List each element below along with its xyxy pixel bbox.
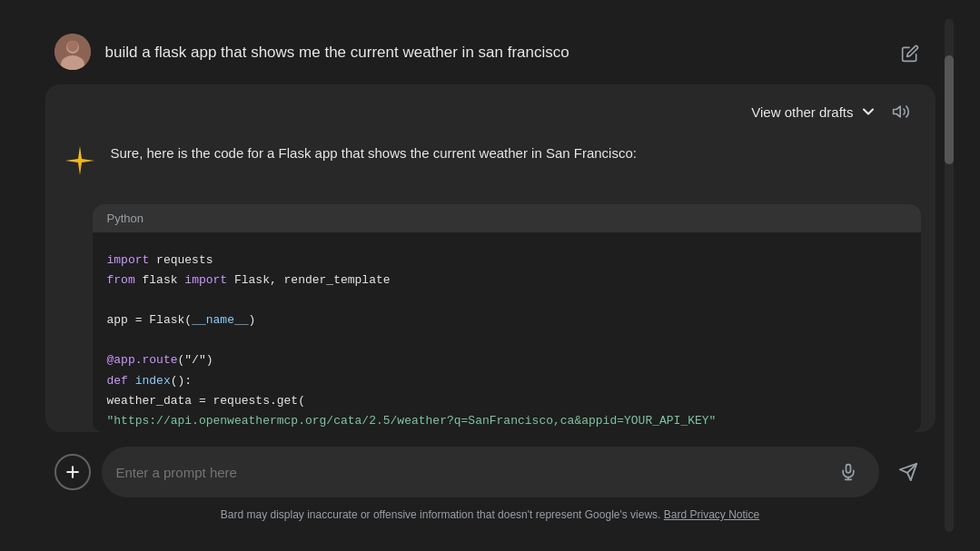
avatar [54,34,91,70]
code-content: import requests from flask import Flask,… [93,232,921,432]
edit-button[interactable] [894,37,926,70]
add-button[interactable] [54,454,91,490]
svg-rect-8 [846,465,850,473]
ai-message-body: Sure, here is the code for a Flask app t… [45,139,935,192]
code-block-header: Python [93,204,921,232]
scrollbar-thumb[interactable] [945,55,954,164]
input-area [27,432,954,505]
microphone-button[interactable] [832,456,865,488]
prompt-input[interactable] [116,465,825,480]
view-drafts-button[interactable]: View other drafts [751,103,876,121]
view-drafts-label: View other drafts [751,104,853,120]
disclaimer-text: Bard may display inaccurate or offensive… [221,508,661,521]
user-message: build a flask app that shows me the curr… [105,34,879,64]
user-message-row: build a flask app that shows me the curr… [27,19,954,84]
svg-marker-5 [65,146,94,175]
gemini-icon [64,144,96,177]
disclaimer: Bard may display inaccurate or offensive… [27,505,954,532]
mic-icon [839,463,857,481]
speaker-button[interactable] [885,95,917,128]
drafts-bar: View other drafts [45,84,935,139]
send-icon [898,462,918,482]
ai-response-card: View other drafts [45,84,935,432]
chat-window: build a flask app that shows me the curr… [27,19,954,532]
app-container: build a flask app that shows me the curr… [0,0,980,551]
plus-icon [64,463,82,481]
prompt-input-wrapper [102,447,879,497]
ai-response-text: Sure, here is the code for a Flask app t… [111,143,917,164]
svg-marker-4 [893,106,900,117]
svg-point-3 [67,41,78,52]
chevron-down-icon [859,103,877,121]
privacy-notice-link[interactable]: Bard Privacy Notice [664,508,759,521]
scrollbar-track[interactable] [945,19,954,532]
speaker-icon [892,103,910,121]
send-button[interactable] [890,454,926,490]
code-block: Python import requests from flask import… [93,204,921,432]
code-language-label: Python [107,212,144,225]
